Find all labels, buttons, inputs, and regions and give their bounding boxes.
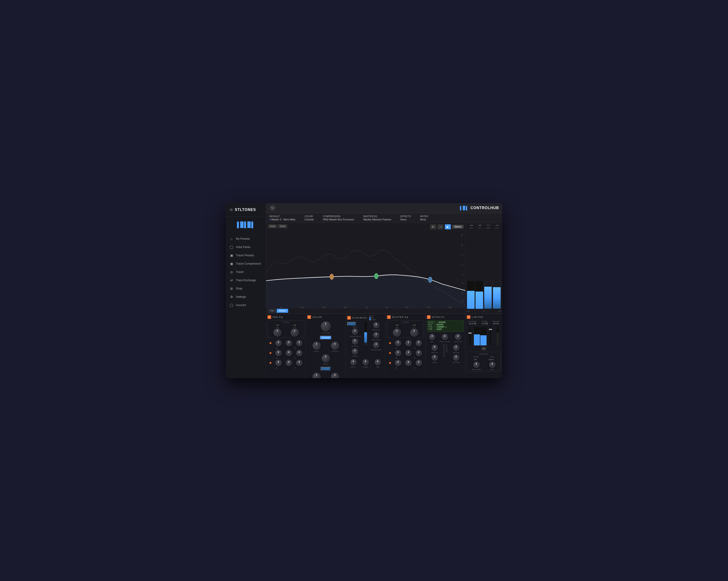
limiter-slider-thumb[interactable] <box>468 333 472 334</box>
effects-length-knob[interactable] <box>455 334 461 340</box>
dynamics-knee-knob[interactable] <box>362 359 369 366</box>
dynamics-threshold-knob[interactable] <box>352 328 358 335</box>
pre-eq-band2-freq-knob[interactable] <box>286 350 292 356</box>
master-eq-b2-q[interactable] <box>416 350 422 356</box>
master-eq-lp-knob[interactable] <box>410 328 418 337</box>
dynamics-sidechain-knob[interactable] <box>373 342 380 348</box>
pre-eq-hp-value: 6 dB <box>275 324 280 326</box>
effects-depth-knob[interactable] <box>432 344 438 351</box>
preset-group-notes[interactable]: Notes None <box>420 215 428 221</box>
master-eq-b1-q[interactable] <box>416 340 422 346</box>
dynamics-ratio-knob[interactable] <box>352 348 358 354</box>
color-volume-label: VOLUME <box>322 332 330 334</box>
eq-loop-button[interactable]: ⇢ <box>438 224 443 229</box>
eq-tab-master[interactable]: Master <box>277 309 288 313</box>
sidebar-item-account[interactable]: ◯ Account <box>226 301 266 309</box>
preset-group-master-eq[interactable]: Master EQ Manley Massive Passive <box>363 215 391 221</box>
color-tube-knob[interactable] <box>331 373 339 378</box>
stereo-button[interactable]: Stereo <box>452 225 464 229</box>
limiter-link-value: 100 % <box>489 359 494 361</box>
limiter-balance-mix-row: BALANCE MIX <box>468 362 500 371</box>
limiter-mix-knob[interactable] <box>489 362 496 368</box>
limiter-ceiling-thumb[interactable] <box>489 329 492 330</box>
dynamics-release-knob[interactable] <box>373 332 380 338</box>
limiter-threshold-value: -10.0 dB <box>468 322 476 325</box>
master-eq-band2-dot <box>389 352 391 354</box>
limiter-balance-knob[interactable] <box>473 362 480 368</box>
svg-point-9[interactable] <box>330 274 334 279</box>
sidebar-item-tracer[interactable]: ◎ Tracer <box>226 268 266 276</box>
pre-eq-band1-db-knob[interactable] <box>275 340 282 346</box>
color-tape-tube-row: TAPE TUBE <box>307 373 344 378</box>
pre-eq-band3-db-knob[interactable] <box>275 360 282 366</box>
color-volume-knob[interactable] <box>321 321 331 332</box>
pre-eq-band2-db-knob[interactable] <box>275 350 282 356</box>
eq-main: Undo Redo ⚙ ⇢ ▶ Stereo <box>266 223 465 314</box>
preset-group-compression[interactable]: Compression RND Master Bus Processor <box>323 215 354 221</box>
master-eq-b1-db[interactable] <box>395 340 401 346</box>
pre-eq-band1-q-knob[interactable] <box>296 340 303 346</box>
pre-eq-band3-q-knob[interactable] <box>296 360 303 366</box>
meter-bar-peak-right <box>493 281 501 309</box>
nav-label-my-presets: My Presets <box>236 237 250 240</box>
color-treble-group: TREBLE <box>331 342 339 352</box>
dynamics-makeup-knob[interactable] <box>373 322 380 328</box>
module-icon-master-eq: ⊙ <box>387 315 391 319</box>
pre-eq-band3-freq-knob[interactable] <box>286 360 292 366</box>
effects-val-unit: HEAVEN <box>437 324 443 326</box>
effects-predelay-knob[interactable] <box>442 334 448 340</box>
dynamics-gr-meter: GR <box>364 322 367 345</box>
effects-row-effect: EFFECT :< REVERB <box>428 321 463 323</box>
eq-tab-pre[interactable]: Pre <box>268 309 276 313</box>
exchange-icon: ⇄ <box>230 278 234 282</box>
master-eq-b3-q[interactable] <box>416 360 422 366</box>
redo-button[interactable]: Redo <box>278 224 287 228</box>
meter-right-top: -3.8 <box>475 224 484 227</box>
effects-rate-knob[interactable] <box>432 354 438 361</box>
preset-group-effects[interactable]: Effects None <box>400 215 411 221</box>
master-eq-b2-hz[interactable] <box>405 350 412 356</box>
sidebar-item-my-presets[interactable]: ⌂ My Presets <box>226 235 266 243</box>
master-eq-b3-hz[interactable] <box>405 360 412 366</box>
color-tape-knob[interactable] <box>312 373 321 378</box>
sidebar-item-shop[interactable]: ⊞ Shop <box>226 284 266 293</box>
preset-group-color[interactable]: Color Console <box>305 215 314 221</box>
color-drive-knob[interactable] <box>321 354 330 363</box>
dynamics-attack-knob[interactable] <box>352 338 358 345</box>
dynamics-mix-knob[interactable] <box>374 359 381 366</box>
eq-play-button[interactable]: ▶ <box>445 224 451 229</box>
color-preamp-badge[interactable]: PREAMP <box>320 336 332 340</box>
pre-eq-band1-freq-knob[interactable] <box>286 340 292 346</box>
color-color-badge[interactable]: COLOR <box>321 367 331 371</box>
pre-eq-band2-q-knob[interactable] <box>296 350 303 356</box>
pre-eq-band1 <box>267 340 304 346</box>
effects-lopass-knob[interactable] <box>453 354 459 361</box>
master-eq-b2-db[interactable] <box>395 350 401 356</box>
color-tape-group: TAPE <box>312 373 321 378</box>
effects-mix-knob[interactable] <box>429 334 436 340</box>
master-eq-b3-db[interactable] <box>395 360 401 366</box>
sidebar-item-tracer-presets[interactable]: ▣ Tracer Presets <box>226 251 266 260</box>
color-bass-knob[interactable] <box>312 342 321 350</box>
sidebar-item-artist-packs[interactable]: ◯ Artist Packs <box>226 243 266 251</box>
refresh-button[interactable]: ↻ <box>269 205 276 211</box>
eq-settings-button[interactable]: ⚙ <box>430 224 436 229</box>
sidebar-item-tracer-compressors[interactable]: ▣ Tracer Compressors <box>226 260 266 268</box>
dynamics-tracer-badge[interactable]: Tracer <box>347 322 356 326</box>
pre-eq-hp-knob[interactable] <box>273 328 282 337</box>
preset-group-default[interactable]: Default ◂ Master 2 - More Mids <box>269 215 295 221</box>
master-eq-hp-knob[interactable] <box>393 328 401 337</box>
sidebar-item-settings[interactable]: ⚙ Settings <box>226 293 266 301</box>
preset-value-master-eq: Manley Massive Passive <box>363 218 391 221</box>
pre-eq-lp-knob[interactable] <box>290 328 299 337</box>
svg-point-11[interactable] <box>428 277 432 282</box>
effects-hipass-knob[interactable] <box>453 344 459 351</box>
master-eq-b1-hz[interactable] <box>405 340 412 346</box>
svg-point-10[interactable] <box>374 273 378 279</box>
limiter-link-button[interactable]: ⇕ <box>482 347 486 350</box>
color-treble-knob[interactable] <box>331 342 339 350</box>
dynamics-input-knob[interactable] <box>350 359 357 366</box>
sidebar-item-trace-exchange[interactable]: ⇄ Trace Exchange <box>226 276 266 284</box>
limiter-stereo-section: STEREO MODE LINK L/R 100 % BALANCE <box>467 352 501 372</box>
undo-button[interactable]: Undo <box>268 224 277 228</box>
